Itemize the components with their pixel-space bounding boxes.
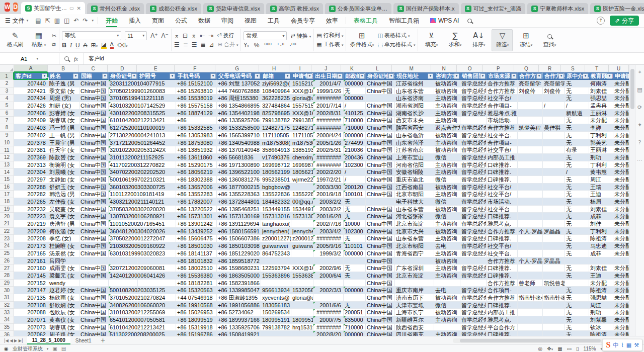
cell-I3[interactable]: XXX@163. (291, 87, 313, 95)
cell-M6[interactable]: 湖南省长沙 (395, 110, 434, 117)
cell-Q32[interactable] (518, 302, 543, 309)
cell-T9[interactable]: 丁利利 (589, 132, 613, 139)
cell-G11[interactable]: +86 1370140948 (217, 146, 261, 154)
cell-S35[interactable]: 无 (565, 324, 589, 331)
cell-L32[interactable]: China中国 (366, 302, 395, 309)
cell-K8[interactable]: 710000 (344, 124, 366, 132)
cell-G21[interactable]: +86 1391129694 (217, 220, 261, 228)
cell-L2[interactable]: China中国 (366, 80, 395, 87)
search-icon[interactable] (467, 19, 472, 23)
cell-M12[interactable]: 上海市宝山 (395, 154, 434, 161)
cell-M16[interactable]: 江西省南昌 (395, 184, 434, 191)
filter-dropdown-icon[interactable]: ▾ (42, 73, 47, 79)
vertical-scrollbar[interactable] (629, 65, 635, 336)
filter-dropdown-icon[interactable]: ▾ (480, 73, 486, 79)
cell-M35[interactable]: 陕西省西安 (395, 324, 434, 331)
cell-I11[interactable]: 138519326 (291, 146, 313, 154)
cell-M33[interactable]: 上海市长宁 (395, 309, 434, 316)
cell-Q17[interactable] (518, 191, 543, 198)
cell-K7[interactable]: 710000 (344, 117, 366, 124)
cell-I9[interactable]: 117110505 (291, 132, 313, 139)
cell-H29[interactable] (261, 280, 291, 287)
filter-dropdown-icon[interactable]: ▾ (73, 73, 78, 79)
cell-F33[interactable]: +86 15026953 (176, 309, 217, 316)
cell-I17[interactable]: 135522836 (291, 191, 313, 198)
cell-O10[interactable]: 留学总经办 (460, 139, 487, 147)
cell-C6[interactable]: China中国 (79, 110, 109, 117)
docs-home-icon[interactable]: D (13, 3, 18, 12)
cell-P7[interactable]: 市场活动. (487, 117, 518, 124)
cell-T10[interactable]: 郭美艺 (589, 139, 613, 147)
menu-item-0[interactable]: 开始 (100, 14, 123, 27)
cell-K26[interactable] (344, 257, 366, 265)
cell-Q5[interactable] (518, 102, 543, 110)
cell-A17[interactable]: 207282 (14, 191, 48, 198)
cell-R10[interactable] (543, 139, 565, 147)
cell-J29[interactable] (313, 280, 344, 287)
cell-D6[interactable]: 430102200208315525 (109, 110, 138, 117)
cell-Q26[interactable]: 个人-罗晶 (518, 257, 543, 265)
cell-A15[interactable]: 207297 (14, 176, 48, 184)
cell-O8[interactable]: 留学总经办 (460, 124, 487, 132)
filter-dropdown-icon[interactable]: ▾ (337, 73, 343, 79)
cell-G13[interactable]: +86 1971300890 (217, 161, 261, 169)
cell-A4[interactable]: 207434 (14, 95, 48, 102)
row-header-24[interactable]: 24 (0, 242, 14, 250)
cell-A36[interactable]: 207062 (14, 331, 48, 336)
filter-dropdown-icon[interactable]: ▾ (131, 73, 137, 79)
column-header-B[interactable]: B (48, 65, 79, 72)
rail-help-icon[interactable]: ? (638, 139, 641, 146)
table-header-B[interactable]: 姓名▾ (48, 72, 79, 80)
ime-lang-label[interactable]: 中 (613, 341, 618, 349)
cell-P6[interactable]: 雅思考点.雅 (487, 110, 518, 117)
tab-smart-toolbox[interactable]: 智能工具箱 (383, 14, 425, 27)
cell-L30[interactable]: China中国 (366, 287, 395, 294)
cell-M4[interactable]: 山东省济南 (395, 95, 434, 102)
cell-N13[interactable]: 主动咨询 (434, 161, 460, 169)
cell-T15[interactable]: 周江 (589, 176, 613, 184)
cell-A19[interactable]: 207232 (14, 206, 48, 213)
cell-C27[interactable]: China中国 (79, 265, 109, 272)
filter-dropdown-icon[interactable]: ▾ (307, 73, 312, 79)
print-icon[interactable]: ▥ (52, 17, 62, 24)
cell-I31[interactable]: gloria@uk( (291, 294, 313, 302)
font-size-select[interactable]: 11▾ (125, 31, 147, 40)
cell-A9[interactable]: 207402 (14, 132, 48, 139)
cell-B4[interactable]: 周煜 (男) (48, 95, 79, 102)
cell-S5[interactable]: / (565, 102, 589, 110)
doc-tab-6[interactable]: S国任财产保险样本.x (393, 3, 459, 14)
doc-tab-2[interactable]: S成都公积金.xlsx (146, 3, 201, 14)
clear-format-icon[interactable]: ⌫▾ (117, 42, 127, 49)
cell-O32[interactable]: 留学总经办 (460, 302, 487, 309)
cell-J14[interactable]: 2002/2/20 (313, 168, 344, 176)
cell-L26[interactable]: China中国 (366, 257, 395, 265)
cell-J26[interactable] (313, 257, 344, 265)
cell-S15[interactable]: 无 (565, 176, 589, 184)
cell-B14[interactable]: 刘晨曦 (女 (48, 168, 79, 176)
undo-icon[interactable]: ↶ (71, 17, 80, 24)
cell-T34[interactable]: 刘紫馨 (589, 316, 613, 324)
cell-N17[interactable]: 主动咨询 (434, 191, 460, 198)
cell-O19[interactable]: 留学总经办 (460, 206, 487, 213)
align-bottom-icon[interactable]: ⌆ (191, 32, 196, 39)
cell-T24[interactable]: 马忠迪 (589, 242, 613, 250)
cell-N19[interactable]: 被动咨询 (434, 206, 460, 213)
cell-M30[interactable]: 重庆市南岸 (395, 287, 434, 294)
cell-M34[interactable]: 新疆维吾尔 (395, 316, 434, 324)
doc-tab-1[interactable]: S常州公积金 .xlsx (87, 3, 144, 14)
cell-P27[interactable]: 口碑推荐. (487, 265, 518, 272)
table-header-H[interactable]: 邮箱▾ (261, 72, 291, 80)
cell-P13[interactable]: 口碑推荐. (487, 161, 518, 169)
cell-F32[interactable]: +86 19910568 (176, 302, 217, 309)
cell-A16[interactable]: 207288 (14, 184, 48, 191)
cell-L25[interactable]: China中国 (366, 250, 395, 257)
cell-J5[interactable]: 2001/7/14 (313, 102, 344, 110)
cell-A35[interactable]: 207073 (14, 324, 48, 331)
cell-K29[interactable] (344, 280, 366, 287)
cell-S24[interactable]: 无 (565, 242, 589, 250)
cell-G14[interactable]: +86 1396522100 (217, 168, 261, 176)
cell-J31[interactable] (313, 294, 344, 302)
currency-icon[interactable]: ¥▾ (244, 42, 249, 49)
fx-icon[interactable]: fx (74, 56, 78, 62)
cell-O9[interactable]: 留学总经办 (460, 132, 487, 139)
